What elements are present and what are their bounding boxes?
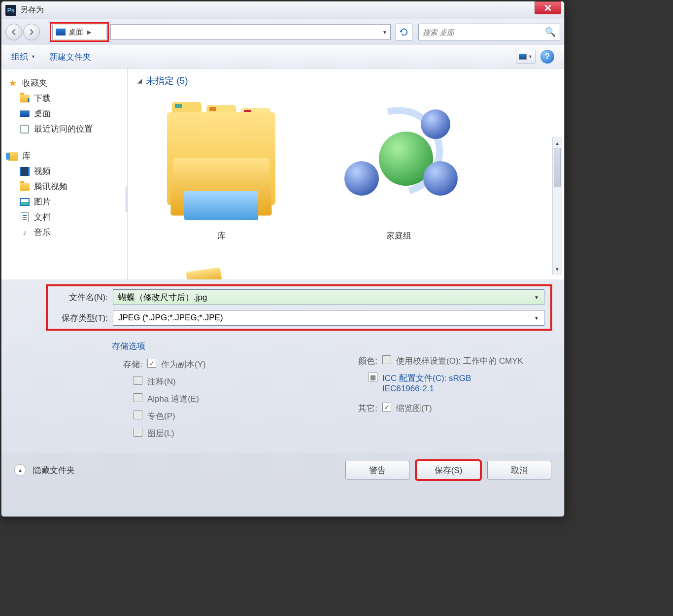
partial-item[interactable]: [186, 267, 222, 279]
filetype-label: 保存类型(T):: [54, 312, 108, 324]
desktop-icon: [20, 110, 30, 117]
cancel-button[interactable]: 取消: [487, 461, 551, 479]
save-as-dialog: Ps 另存为 桌面 ▶ ▼ 🔍 组织▼ 新建文件夹: [1, 1, 565, 517]
sidebar-libraries[interactable]: 库: [5, 148, 123, 164]
sidebar-item-documents[interactable]: 文档: [5, 209, 123, 225]
chevron-down-icon[interactable]: ▼: [532, 313, 541, 322]
chevron-down-icon: ▼: [528, 54, 533, 59]
arrow-left-icon: [10, 29, 17, 35]
filename-input[interactable]: 蝴蝶（修改尺寸后）.jpg ▼: [113, 289, 544, 305]
homegroup-icon: [335, 97, 463, 225]
dialog-title: 另存为: [20, 5, 44, 15]
documents-icon: [21, 212, 29, 222]
arrow-right-icon: [28, 29, 35, 35]
chevron-down-icon[interactable]: ▼: [532, 293, 541, 302]
file-list[interactable]: ◢ 未指定 (5) 库 家庭组: [128, 68, 564, 279]
footer: ▲ 隐藏文件夹 警告 保存(S) 取消: [1, 453, 564, 487]
toolbar: 组织▼ 新建文件夹 ▼ ?: [1, 45, 564, 68]
sidebar-item-downloads[interactable]: 下载: [5, 91, 123, 106]
scroll-down-icon[interactable]: ▼: [553, 264, 562, 274]
item-homegroup[interactable]: 家庭组: [335, 97, 463, 241]
checkbox-layers: [134, 428, 142, 437]
icc-profile-link[interactable]: ICC 配置文件(C): sRGB IEC61966-2.1: [382, 373, 510, 394]
titlebar: Ps 另存为: [1, 1, 564, 19]
checkbox-spot: [134, 411, 142, 419]
item-libraries[interactable]: 库: [157, 97, 285, 241]
breadcrumb[interactable]: 桌面 ▶: [52, 25, 106, 39]
nav-forward-button[interactable]: [23, 24, 40, 40]
help-button[interactable]: ?: [540, 50, 554, 64]
close-button[interactable]: [535, 1, 561, 14]
view-icon: [519, 54, 527, 60]
options-header: 存储选项: [112, 341, 317, 352]
chevron-right-icon[interactable]: ▶: [87, 29, 91, 35]
sidebar-item-tencent-video[interactable]: 腾讯视频: [5, 179, 123, 194]
filename-highlight: 文件名(N): 蝴蝶（修改尺寸后）.jpg ▼ 保存类型(T): JPEG (*…: [46, 284, 552, 331]
sidebar-item-music[interactable]: ♪音乐: [5, 225, 123, 240]
hide-folders-link[interactable]: 隐藏文件夹: [33, 465, 75, 476]
recent-icon: [20, 125, 29, 134]
close-icon: [544, 4, 551, 11]
sidebar: ★收藏夹 下载 桌面 最近访问的位置 库 视频 腾讯视频 图片 文档 ♪音乐: [1, 68, 128, 279]
warning-button[interactable]: 警告: [345, 461, 409, 479]
navbar: 桌面 ▶ ▼ 🔍: [1, 19, 564, 45]
save-button[interactable]: 保存(S): [416, 461, 480, 479]
search-box[interactable]: 🔍: [418, 24, 560, 40]
nav-back-button[interactable]: [5, 24, 22, 40]
checkbox-as-copy[interactable]: ✓: [147, 359, 156, 368]
sidebar-item-videos[interactable]: 视频: [5, 164, 123, 179]
folder-icon: [20, 183, 30, 191]
view-mode-button[interactable]: ▼: [516, 50, 536, 64]
store-label: 存储:: [117, 359, 142, 370]
music-icon: ♪: [19, 228, 30, 238]
scroll-up-icon[interactable]: ▲: [553, 138, 562, 148]
downloads-icon: [20, 95, 30, 103]
group-header[interactable]: ◢ 未指定 (5): [137, 74, 554, 87]
refresh-icon: [400, 28, 408, 36]
sidebar-item-desktop[interactable]: 桌面: [5, 106, 123, 121]
search-input[interactable]: [423, 28, 545, 36]
vertical-scrollbar[interactable]: ▲ ▼: [552, 137, 562, 274]
star-icon: ★: [7, 78, 18, 88]
video-icon: [20, 167, 30, 176]
other-label: 其它:: [352, 403, 377, 414]
filetype-select[interactable]: JPEG (*.JPG;*.JPEG;*.JPE) ▼: [113, 310, 544, 326]
search-icon[interactable]: 🔍: [545, 27, 556, 37]
checkbox-thumbnail[interactable]: ✓: [382, 403, 391, 411]
dropdown-icon: ▼: [382, 30, 387, 35]
chevron-down-icon: ▼: [31, 54, 35, 59]
libraries-icon: [7, 152, 18, 161]
filename-label: 文件名(N):: [54, 292, 108, 303]
desktop-icon: [56, 29, 66, 35]
main-area: ★收藏夹 下载 桌面 最近访问的位置 库 视频 腾讯视频 图片 文档 ♪音乐 ◢…: [1, 68, 564, 279]
address-bar[interactable]: ▼: [110, 24, 391, 40]
refresh-button[interactable]: [396, 24, 412, 40]
save-options: 存储选项 存储: ✓ 作为副本(Y) 注释(N) Alpha 通道(E) 专色(…: [13, 333, 552, 445]
photoshop-icon: Ps: [5, 5, 16, 16]
checkbox-icc[interactable]: ▦: [369, 373, 377, 381]
new-folder-button[interactable]: 新建文件夹: [49, 51, 91, 63]
sidebar-item-recent[interactable]: 最近访问的位置: [5, 121, 123, 137]
scrollbar-thumb[interactable]: [554, 148, 561, 187]
collapse-triangle-icon[interactable]: ◢: [137, 77, 142, 84]
sidebar-item-pictures[interactable]: 图片: [5, 194, 123, 209]
checkbox-proof: [382, 355, 391, 364]
form-area: 文件名(N): 蝴蝶（修改尺寸后）.jpg ▼ 保存类型(T): JPEG (*…: [1, 279, 564, 453]
checkbox-annotations: [134, 376, 142, 385]
checkbox-alpha: [134, 393, 142, 402]
color-label: 颜色:: [352, 355, 377, 367]
breadcrumb-highlight: 桌面 ▶: [50, 22, 109, 42]
sidebar-favorites[interactable]: ★收藏夹: [5, 75, 123, 91]
libraries-folder-icon: [157, 97, 285, 225]
pictures-icon: [20, 198, 30, 206]
collapse-button[interactable]: ▲: [14, 464, 26, 476]
breadcrumb-location: 桌面: [68, 28, 83, 37]
organize-button[interactable]: 组织▼: [11, 51, 35, 63]
